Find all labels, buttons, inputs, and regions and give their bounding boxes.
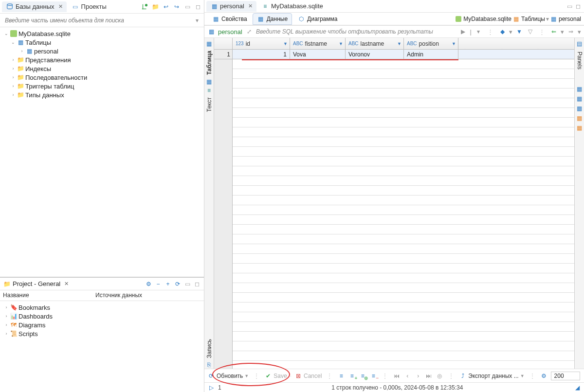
gear-icon[interactable]: ⚙: [145, 280, 152, 288]
subtab-props[interactable]: ▦ Свойства: [207, 13, 252, 25]
header-id[interactable]: 123 id ▼: [233, 38, 290, 49]
corner-icon[interactable]: ◢: [573, 384, 581, 392]
tree-views[interactable]: ›📁 Представления: [1, 55, 203, 64]
item-dashboards[interactable]: ›📊 Dashboards: [1, 312, 203, 321]
editor-tab-script[interactable]: ≡ MyDatabase.sqlite: [257, 1, 327, 12]
nav-fwd-icon[interactable]: ⇒: [567, 28, 575, 36]
close-icon[interactable]: ✕: [64, 281, 69, 287]
editor-tab-personal[interactable]: ▦ personal ✕: [206, 1, 256, 12]
arrow-right-icon[interactable]: ↪: [173, 3, 181, 11]
tab-databases[interactable]: Базы данных ✕: [2, 1, 67, 12]
grid-mode-icon[interactable]: ▦: [205, 78, 213, 86]
close-icon[interactable]: ✕: [58, 3, 63, 10]
cell-id[interactable]: 1: [233, 50, 290, 59]
play-icon[interactable]: ▶: [459, 28, 467, 36]
tree-triggers[interactable]: ›📁 Триггеры таблиц: [1, 82, 203, 90]
maximize-icon[interactable]: ◻: [574, 2, 582, 10]
col-source[interactable]: Источник данных: [92, 290, 145, 301]
tree-root[interactable]: ⌄ MyDatabase.sqlite: [1, 29, 203, 38]
project-tree: ›🔖 Bookmarks ›📊 Dashboards ›🗺 Diagrams ›…: [0, 301, 204, 392]
sort-icon[interactable]: ▼: [339, 41, 343, 46]
cancel-button: ⊠ Cancel: [294, 372, 322, 380]
panel-icon-1[interactable]: ▦: [576, 85, 584, 93]
subtab-data[interactable]: ▦ Данные: [253, 13, 292, 25]
refresh-button[interactable]: ⟳ Обновить ▼: [207, 372, 249, 380]
row-dup-icon[interactable]: ≡⊕: [359, 372, 366, 380]
cell-lastname[interactable]: Voronov: [346, 50, 404, 59]
folder-icon: 📁: [17, 56, 24, 64]
maximize-icon[interactable]: ◻: [193, 280, 201, 288]
row-add-icon[interactable]: ≡+: [348, 372, 356, 380]
nav-target-icon[interactable]: ◎: [436, 372, 443, 380]
close-icon[interactable]: ✕: [248, 3, 253, 9]
tab-projects[interactable]: ▭ Проекты: [68, 1, 110, 12]
minimize-icon[interactable]: ▭: [183, 280, 191, 288]
crumb-tables[interactable]: Таблицы: [521, 16, 545, 22]
subtab-diagram[interactable]: ⬡ Диаграмма: [293, 13, 342, 25]
status-icon: ▷: [207, 384, 215, 392]
search-input[interactable]: [3, 15, 193, 26]
crumb-table[interactable]: personal: [559, 16, 581, 22]
filter-funnel-icon[interactable]: ▼: [515, 28, 523, 36]
table-icon: ▦: [207, 28, 215, 36]
eraser-icon[interactable]: ◆: [498, 28, 506, 36]
nav-next-icon[interactable]: ›: [414, 372, 422, 380]
tree-tables[interactable]: ⌄ ▦ Таблицы: [1, 38, 203, 47]
panel-icon-5[interactable]: ▦: [576, 124, 584, 132]
record-icon[interactable]: ⎘: [205, 361, 213, 369]
sql-filter-input[interactable]: Введите SQL выражение чтобы отфильтроват…: [256, 28, 456, 35]
minimize-icon[interactable]: ▭: [566, 2, 573, 10]
item-scripts[interactable]: ›📜 Scripts: [1, 329, 203, 338]
sort-icon[interactable]: ▼: [452, 41, 456, 46]
panel-icon-2[interactable]: ▦: [576, 95, 584, 103]
crumb-db[interactable]: MyDatabase.sqlite: [463, 16, 511, 22]
item-bookmarks[interactable]: ›🔖 Bookmarks: [1, 303, 203, 312]
vtab-table[interactable]: Таблица: [206, 49, 213, 77]
row-edit-icon[interactable]: ≡: [337, 372, 345, 380]
sort-icon[interactable]: ▼: [397, 41, 402, 46]
header-position[interactable]: ABC position ▼: [404, 38, 458, 49]
header-lastname[interactable]: ABC lastname ▼: [346, 38, 404, 49]
panel-icon-4[interactable]: ▦: [576, 114, 584, 122]
data-row-1[interactable]: 1 1 Vova Voronov Admin: [214, 50, 574, 59]
minimize-icon[interactable]: ▭: [183, 3, 191, 11]
gear-icon[interactable]: ⚙: [540, 372, 548, 380]
text-mode-icon[interactable]: ≡: [205, 87, 213, 94]
filter-off-icon[interactable]: ▽: [526, 28, 534, 36]
vtab-record[interactable]: Запись: [206, 337, 213, 360]
expand-icon[interactable]: ⤢: [245, 28, 253, 36]
panel-icon-3[interactable]: ▦: [576, 105, 584, 112]
tree-sequences[interactable]: ›📁 Последовательности: [1, 73, 203, 82]
sort-icon[interactable]: ▼: [283, 41, 288, 46]
plus-icon[interactable]: +: [164, 280, 172, 288]
tree-personal[interactable]: › ▦ personal: [1, 47, 203, 55]
vtab-panels[interactable]: Panels: [576, 50, 583, 71]
col-name[interactable]: Название: [0, 290, 92, 301]
item-diagrams[interactable]: ›🗺 Diagrams: [1, 321, 203, 329]
dropdown-icon[interactable]: ▾: [474, 28, 482, 36]
nav-back-icon[interactable]: ⇐: [550, 28, 558, 36]
add-connection-icon[interactable]: [141, 3, 148, 11]
arrow-left-icon[interactable]: ↩: [162, 3, 170, 11]
tree-types[interactable]: ›📁 Типы данных: [1, 90, 203, 99]
page-size-input[interactable]: 200: [551, 372, 580, 380]
cell-position[interactable]: Admin: [404, 50, 458, 59]
nav-first-icon[interactable]: ⏮: [393, 372, 401, 380]
table-mode-icon[interactable]: ▦: [205, 40, 213, 48]
header-rownum[interactable]: [214, 38, 233, 49]
nav-prev-icon[interactable]: ‹: [403, 372, 411, 380]
cell-firstname[interactable]: Vova: [290, 50, 346, 59]
export-button[interactable]: ⤴ Экспорт данных ... ▼: [459, 372, 524, 380]
vtab-text[interactable]: Текст: [206, 95, 213, 114]
header-firstname[interactable]: ABC fistname ▼: [290, 38, 346, 49]
minus-icon[interactable]: −: [154, 280, 162, 288]
maximize-icon[interactable]: ◻: [194, 3, 202, 11]
diagram-icon: ⬡: [297, 15, 305, 23]
refresh-icon[interactable]: ⟳: [174, 280, 182, 288]
tree-indexes[interactable]: ›📁 Индексы: [1, 64, 203, 73]
panels-icon[interactable]: ▤: [576, 40, 584, 48]
filter-icon[interactable]: ▾: [193, 17, 201, 24]
new-folder-icon[interactable]: 📁: [151, 3, 159, 11]
row-del-icon[interactable]: ≡−: [369, 372, 377, 380]
nav-last-icon[interactable]: ⏭: [425, 372, 433, 380]
